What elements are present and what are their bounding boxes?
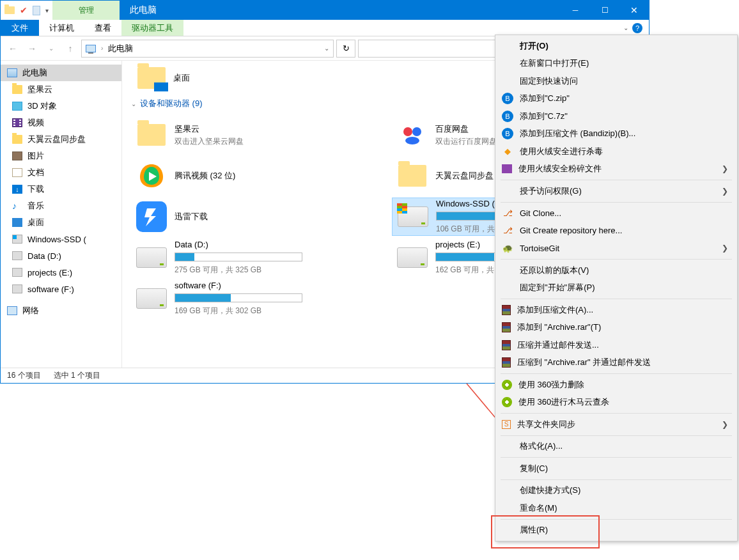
up-button[interactable]: ↑ [62,40,79,57]
sidebar-item[interactable]: Data (D:) [1,247,121,264]
sidebar-item-icon [12,251,22,260]
sidebar-item[interactable]: software (F:) [1,281,121,297]
sidebar-item[interactable]: Windows-SSD ( [1,231,121,247]
menu-item[interactable]: 打开(O) [495,37,737,55]
menu-item-label: 使用火绒安全进行杀毒 [520,146,728,157]
submenu-arrow-icon: ❯ [722,164,728,173]
pc-icon [7,68,17,77]
tab-drive-tools[interactable]: 驱动器工具 [121,20,183,36]
sidebar-item[interactable]: 3D 对象 [1,98,121,114]
menu-item[interactable]: 在新窗口中打开(E) [495,55,737,73]
menu-item[interactable]: 添加到压缩文件(A)... [495,301,737,319]
sidebar-item-icon [12,152,22,160]
address-bar[interactable]: › 此电脑 ⌄ [81,40,334,58]
menu-item[interactable]: B添加到"C.7z" [495,107,737,125]
item-subtitle: 双击进入坚果云网盘 [175,136,244,147]
sidebar-item-icon [12,102,22,111]
menu-item[interactable]: 🐢TortoiseGit❯ [495,240,737,258]
blank-icon [502,75,513,87]
menu-divider [501,202,732,203]
menu-item[interactable]: 创建快捷方式(S) [495,482,737,500]
page-icon[interactable] [33,6,40,15]
forward-button[interactable]: → [24,40,40,57]
collapse-ribbon-icon[interactable]: ⌄ [623,24,628,31]
menu-item[interactable]: 使用 360进行木马云查杀 [495,394,737,412]
close-button[interactable]: ✕ [619,1,649,20]
breadcrumb-location[interactable]: 此电脑 [108,43,133,54]
sidebar-item[interactable]: projects (E:) [1,264,121,281]
sidebar-item-label: 音乐 [27,200,44,212]
maximize-button[interactable]: ☐ [590,1,619,20]
menu-item[interactable]: 压缩并通过邮件发送... [495,336,737,354]
folder-item[interactable]: 腾讯视频 (32 位) [131,157,329,195]
menu-item-label: Git Clone... [520,208,728,218]
capacity-bar [175,253,302,261]
back-button[interactable]: ← [4,40,21,57]
sidebar-item[interactable]: 文档 [1,164,121,181]
sidebar-this-pc[interactable]: 此电脑 [1,65,121,81]
sidebar-item-icon [12,235,22,244]
menu-item[interactable]: 固定到快速访问 [495,72,737,90]
sidebar-item[interactable]: 天翼云盘同步盘 [1,131,121,148]
menu-item[interactable]: B添加到"C.zip" [495,90,737,108]
svg-point-1 [412,127,421,136]
sidebar-item-icon [12,135,22,144]
qat-overflow-icon[interactable]: ▾ [45,7,49,14]
sidebar-item-label: 3D 对象 [27,100,57,112]
menu-divider [501,180,732,180]
sidebar-item[interactable]: 桌面 [1,214,121,231]
menu-item[interactable]: 压缩到 "Archive.rar" 并通过邮件发送 [495,354,737,372]
menu-item-label: 使用 360强力删除 [518,379,728,391]
menu-item[interactable]: 添加到 "Archive.rar"(T) [495,319,737,337]
group-header-label: 设备和驱动器 (9) [140,98,203,109]
sidebar-item-icon [12,284,22,293]
sidebar-item[interactable]: 视频 [1,114,121,131]
navigation-pane[interactable]: 此电脑 坚果云3D 对象视频天翼云盘同步盘图片文档↓下载♪音乐桌面Windows… [1,61,122,368]
menu-item[interactable]: 还原以前的版本(V) [495,261,737,279]
menu-item-label: 固定到快速访问 [520,75,728,87]
purple-icon [502,164,512,173]
sidebar-item-icon [12,268,22,277]
menu-item[interactable]: 授予访问权限(G)❯ [495,182,737,200]
menu-divider [501,299,732,299]
menu-item[interactable]: B添加到压缩文件 (Bandizip)(B)... [495,125,737,143]
context-menu[interactable]: 打开(O)在新窗口中打开(E)固定到快速访问B添加到"C.zip"B添加到"C.… [495,35,738,541]
checkmark-icon[interactable]: ✔ [20,5,27,15]
help-icon[interactable]: ? [632,23,642,33]
minimize-button[interactable]: ─ [561,1,590,20]
folder-item[interactable]: 迅雷下载 [131,198,329,236]
xunlei-icon [136,201,167,232]
menu-item[interactable]: 使用 360强力删除 [495,376,737,394]
menu-item[interactable]: 固定到"开始"屏幕(P) [495,279,737,297]
sidebar-item[interactable]: 坚果云 [1,81,121,98]
drive-item[interactable]: software (F:)169 GB 可用，共 302 GB [131,279,329,318]
menu-item-label: 添加到"C.7z" [520,111,728,122]
tab-view[interactable]: 查看 [84,20,121,36]
menu-item[interactable]: S共享文件夹同步❯ [495,416,737,433]
sidebar-item[interactable]: ♪音乐 [1,198,121,214]
menu-item[interactable]: 复制(C) [495,460,737,478]
drive-item[interactable]: Data (D:)275 GB 可用，共 325 GB [131,238,329,277]
menu-item[interactable]: 属性(R) [495,522,737,540]
menu-item[interactable]: ⎇Git Clone... [495,205,737,222]
menu-divider [501,259,732,260]
git-icon: ⎇ [502,207,513,219]
sidebar-item[interactable]: 图片 [1,148,121,164]
tab-file[interactable]: 文件 [1,20,39,36]
sidebar-network[interactable]: 网络 [1,302,121,319]
menu-item[interactable]: ◆使用火绒安全进行杀毒 [495,143,737,160]
folder-item[interactable]: 坚果云双击进入坚果云网盘 [131,116,329,154]
menu-item[interactable]: 格式化(A)... [495,438,737,456]
sidebar-item[interactable]: ↓下载 [1,181,121,198]
menu-item[interactable]: 使用火绒安全粉碎文件❯ [495,160,737,178]
drive-icon [397,242,428,273]
menu-item[interactable]: ⎇Git Create repository here... [495,222,737,240]
tab-computer[interactable]: 计算机 [39,20,84,36]
menu-item-label: 复制(C) [520,463,728,474]
menu-divider [501,519,732,520]
history-dropdown[interactable]: ⌄ [43,40,59,57]
menu-item-label: 属性(R) [520,524,728,536]
refresh-button[interactable]: ↻ [336,40,355,58]
menu-item[interactable]: 重命名(M) [495,499,737,517]
address-dropdown-icon[interactable]: ⌄ [324,45,329,52]
